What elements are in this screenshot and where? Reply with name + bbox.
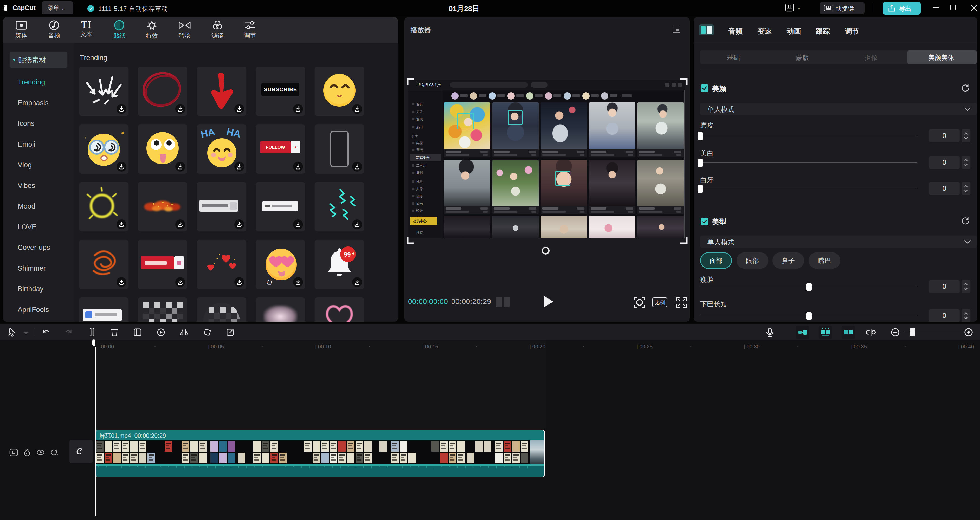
svg-text:HA: HA: [226, 126, 242, 140]
svg-text:99: 99: [344, 251, 351, 258]
svg-text:HA: HA: [200, 126, 216, 140]
svg-text:+: +: [352, 251, 355, 256]
